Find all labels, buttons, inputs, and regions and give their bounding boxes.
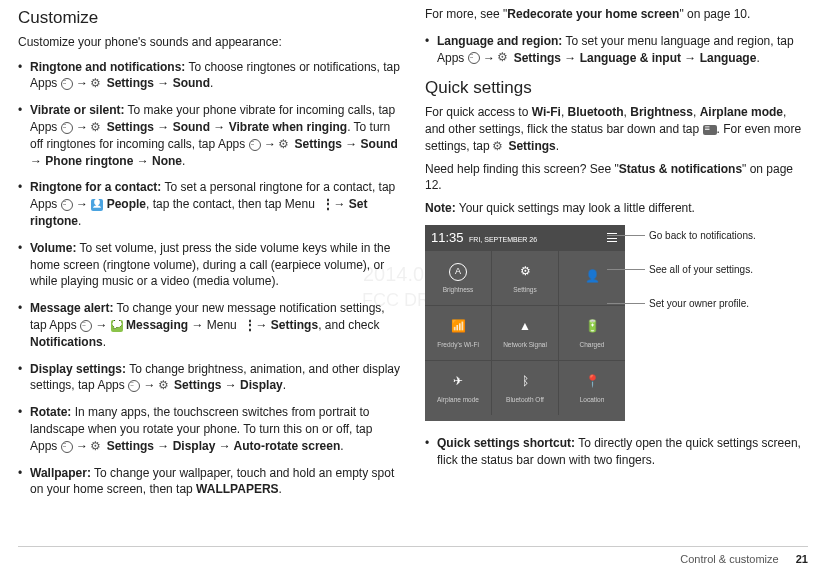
item-lead: Rotate: [30, 405, 71, 419]
arrow: → [140, 378, 159, 392]
item-rotate: Rotate: In many apps, the touchscreen sw… [18, 404, 401, 454]
tile-label: Airplane mode [437, 395, 479, 404]
path: Messaging [123, 318, 188, 332]
path: Settings → Display → Auto-rotate screen [103, 439, 340, 453]
link-redecorate: Redecorate your home screen [507, 7, 679, 21]
text: " on page 10. [679, 7, 750, 21]
item-lead: Vibrate or silent: [30, 103, 124, 117]
callout-notifications: Go back to notifications. [635, 229, 808, 243]
tile-location[interactable]: 📍Location [559, 361, 625, 415]
tile-battery[interactable]: 🔋Charged [559, 306, 625, 360]
tile-wifi[interactable]: 📶Freddy's Wi-Fi [425, 306, 491, 360]
tile-label: Freddy's Wi-Fi [437, 340, 479, 349]
gear-icon [91, 441, 103, 453]
item-lead: Wallpaper: [30, 466, 91, 480]
text: , [693, 105, 700, 119]
qs-para1: For quick access to Wi-Fi, Bluetooth, Br… [425, 104, 808, 154]
apps-icon [128, 380, 140, 392]
link-status: Status & notifications [619, 162, 742, 176]
qs-callouts: Go back to notifications. See all of you… [635, 225, 808, 311]
arrow: → [73, 197, 92, 211]
wifi: Wi-Fi [532, 105, 561, 119]
apps-icon [61, 441, 73, 453]
gear-icon [91, 78, 103, 90]
footer-section: Control & customize [680, 553, 778, 565]
text: . [556, 139, 559, 153]
customize-intro: Customize your phone's sounds and appear… [18, 34, 401, 51]
airplane-icon: ✈ [449, 373, 467, 391]
tile-label: Charged [580, 340, 605, 349]
period: . [279, 482, 282, 496]
tile-bluetooth[interactable]: ᛒBluetooth Off [492, 361, 558, 415]
item-qs-shortcut: Quick settings shortcut: To directly ope… [425, 435, 808, 469]
tile-label: Network Signal [503, 340, 547, 349]
period: . [210, 76, 213, 90]
arrow: → [92, 318, 111, 332]
arrow: → [73, 439, 92, 453]
tile-label: Settings [513, 285, 537, 294]
right-column: For more, see "Redecorate your home scre… [425, 6, 808, 508]
gear-icon [279, 139, 291, 151]
brightness-icon: A [449, 263, 467, 281]
item-lead: Message alert: [30, 301, 113, 315]
tile-settings[interactable]: ⚙Settings [492, 251, 558, 305]
path: Notifications [30, 335, 103, 349]
messaging-icon [111, 320, 123, 332]
path: Settings → Language & input → Language [510, 51, 756, 65]
path: Settings → Display [171, 378, 283, 392]
path: Settings → Sound [103, 76, 210, 90]
callout-all-settings: See all of your settings. [635, 263, 808, 277]
callout-owner-profile: Set your owner profile. [635, 297, 808, 311]
item-display-settings: Display settings: To change brightness, … [18, 361, 401, 395]
qs-date: FRI, SEPTEMBER 26 [469, 236, 537, 243]
path: Settings → Sound → Vibrate when ringing [103, 120, 347, 134]
location-icon: 📍 [583, 373, 601, 391]
period: . [103, 335, 106, 349]
item-lead: Language and region: [437, 34, 562, 48]
text: Need help finding this screen? See " [425, 162, 619, 176]
airplane: Airplane mode [700, 105, 783, 119]
item-ringtone-notifications: Ringtone and notifications: To choose ri… [18, 59, 401, 93]
footer-divider [18, 546, 808, 547]
bluetooth-icon: ᛒ [516, 373, 534, 391]
apps-icon [80, 320, 92, 332]
people-icon [91, 199, 103, 211]
item-lead: Ringtone for a contact: [30, 180, 161, 194]
tile-brightness[interactable]: ABrightness [425, 251, 491, 305]
path: WALLPAPERS [196, 482, 278, 496]
item-text: , and check [318, 318, 379, 332]
menu-icon [240, 320, 252, 332]
wifi-icon: 📶 [449, 318, 467, 336]
item-wallpaper: Wallpaper: To change your wallpaper, tou… [18, 465, 401, 499]
item-volume: Volume: To set volume, just press the si… [18, 240, 401, 290]
battery-icon: 🔋 [583, 318, 601, 336]
gear-icon [91, 122, 103, 134]
customize-heading: Customize [18, 6, 401, 30]
page-footer: Control & customize 21 [680, 552, 808, 567]
arrow: → [73, 120, 92, 134]
item-text: To set volume, just press the side volum… [30, 241, 390, 289]
item-text: → Menu [188, 318, 240, 332]
left-column: Customize Customize your phone's sounds … [18, 6, 401, 508]
item-language-region: Language and region: To set your menu la… [425, 33, 808, 67]
note-label: Note: [425, 201, 456, 215]
bluetooth: Bluetooth [568, 105, 624, 119]
tile-label: Location [580, 395, 605, 404]
note-text: Your quick settings may look a little di… [456, 201, 695, 215]
tile-network[interactable]: ▲Network Signal [492, 306, 558, 360]
path: Settings [271, 318, 318, 332]
apps-icon [61, 122, 73, 134]
brightness: Brightness [630, 105, 693, 119]
tile-owner[interactable]: 👤 [559, 251, 625, 305]
settings: Settings [505, 139, 556, 153]
settings-button-icon [703, 125, 717, 135]
apps-icon [61, 78, 73, 90]
period: . [182, 154, 185, 168]
quick-settings-screenshot: 11:35 FRI, SEPTEMBER 26 ABrightness ⚙Set… [425, 225, 625, 421]
tile-airplane[interactable]: ✈Airplane mode [425, 361, 491, 415]
page-number: 21 [796, 553, 808, 565]
item-lead: Display settings: [30, 362, 126, 376]
arrow: → [480, 51, 499, 65]
qs-note: Note: Your quick settings may look a lit… [425, 200, 808, 217]
gear-icon [159, 380, 171, 392]
